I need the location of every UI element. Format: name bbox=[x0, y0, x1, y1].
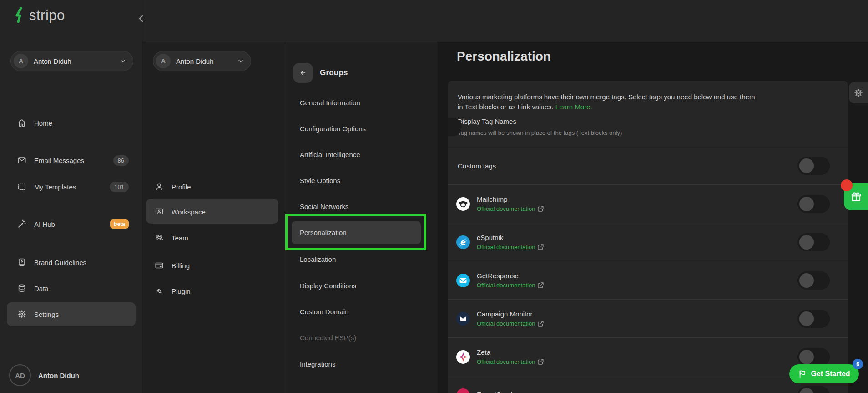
groups-item-label: Connected ESP(s) bbox=[300, 334, 356, 342]
page-title: Personalization bbox=[457, 49, 551, 64]
groups-item-label: Configuration Options bbox=[300, 125, 366, 133]
learn-more-link[interactable]: Learn More. bbox=[555, 103, 592, 111]
user-initials-avatar: AD bbox=[9, 364, 31, 386]
avatar: A bbox=[14, 54, 28, 68]
esp-name: GetResponse bbox=[477, 272, 544, 280]
zeta-toggle[interactable] bbox=[797, 348, 830, 366]
esp-doc-link[interactable]: Official documentation bbox=[477, 244, 544, 250]
groups-item-general-information[interactable]: General Information bbox=[300, 97, 424, 107]
database-icon bbox=[17, 283, 27, 293]
esp-doc-link[interactable]: Official documentation bbox=[477, 205, 544, 212]
chevron-down-icon bbox=[119, 57, 126, 65]
intro-line-2: in Text blocks or as Link values. bbox=[458, 103, 554, 111]
expertsender-toggle[interactable] bbox=[797, 386, 830, 393]
esputnik-toggle[interactable] bbox=[797, 233, 830, 251]
groups-item-label: Personalization bbox=[300, 229, 347, 236]
settings-item-profile[interactable]: Profile bbox=[154, 181, 273, 192]
brand-book-icon bbox=[17, 257, 27, 267]
custom-tags-toggle[interactable] bbox=[797, 157, 830, 175]
sidebar-user-footer[interactable]: AD Anton Diduh bbox=[9, 364, 79, 386]
sidebar-item-email-messages[interactable]: Email Messages 86 bbox=[17, 155, 129, 166]
groups-item-label: Artificial Intelligence bbox=[300, 151, 360, 158]
esp-doc-link[interactable]: Official documentation bbox=[477, 358, 544, 365]
groups-title: Groups bbox=[320, 63, 348, 83]
home-icon bbox=[17, 118, 27, 128]
settings-item-plugin[interactable]: Plugin bbox=[154, 286, 273, 296]
external-link-icon bbox=[538, 359, 544, 365]
esp-name: Campaign Monitor bbox=[477, 310, 544, 318]
esp-row-mailchimp: Mailchimp Official documentation bbox=[448, 184, 848, 223]
zeta-logo bbox=[456, 350, 470, 364]
chevron-down-icon bbox=[237, 57, 244, 65]
sidebar-item-settings[interactable]: Settings bbox=[17, 309, 129, 320]
groups-item-label: General Information bbox=[300, 99, 360, 107]
sidebar-item-brand-guidelines[interactable]: Brand Guidelines bbox=[17, 257, 129, 268]
sidebar-item-data[interactable]: Data bbox=[17, 283, 129, 294]
sidebar-item-label: Settings bbox=[34, 311, 59, 318]
sidebar-item-ai-hub[interactable]: AI Hub beta bbox=[17, 219, 129, 230]
esp-row-expertsender: ExpertSender bbox=[448, 376, 848, 393]
sidebar-item-label: Data bbox=[34, 285, 49, 292]
settings-item-label: Workspace bbox=[172, 208, 206, 216]
campaign-monitor-toggle[interactable] bbox=[797, 310, 830, 328]
settings-item-label: Team bbox=[172, 234, 188, 242]
groups-item-style-options[interactable]: Style Options bbox=[300, 175, 424, 185]
get-started-button[interactable]: Get Started bbox=[789, 364, 859, 383]
mailchimp-toggle[interactable] bbox=[797, 195, 830, 213]
settings-item-team[interactable]: Team bbox=[154, 232, 273, 243]
workspace-icon bbox=[154, 207, 164, 217]
top-bar bbox=[142, 0, 868, 42]
groups-item-configuration-options[interactable]: Configuration Options bbox=[300, 123, 424, 133]
sidebar-item-label: AI Hub bbox=[34, 220, 55, 228]
groups-item-label: Display Conditions bbox=[300, 282, 356, 290]
sidebar-account-dropdown[interactable]: A Anton Diduh bbox=[10, 51, 133, 71]
esp-doc-link[interactable]: Official documentation bbox=[477, 320, 544, 327]
sidebar-item-label: My Templates bbox=[34, 183, 76, 191]
gear-icon bbox=[17, 309, 27, 319]
toggle-knob bbox=[799, 388, 814, 393]
esp-row-getresponse: GetResponse Official documentation bbox=[448, 261, 848, 299]
credit-card-icon bbox=[154, 260, 164, 271]
toggle-knob bbox=[799, 197, 814, 211]
esputnik-logo: e bbox=[456, 235, 470, 249]
groups-panel: Groups General Information Configuration… bbox=[285, 42, 438, 393]
intro-text: Various marketing platforms have their o… bbox=[458, 92, 841, 112]
groups-back-button[interactable] bbox=[293, 63, 313, 83]
settings-item-label: Plugin bbox=[172, 287, 191, 295]
team-icon bbox=[154, 233, 164, 243]
settings-side-tab[interactable] bbox=[849, 82, 868, 103]
custom-tags-row: Custom tags bbox=[448, 147, 848, 184]
groups-item-personalization[interactable]: Personalization bbox=[300, 227, 424, 237]
user-name: Anton Diduh bbox=[38, 372, 79, 379]
groups-item-localization[interactable]: Localization bbox=[300, 254, 424, 264]
settings-item-workspace[interactable]: Workspace bbox=[154, 206, 273, 217]
sidebar-item-label: Brand Guidelines bbox=[34, 259, 86, 266]
expertsender-logo bbox=[456, 388, 470, 393]
groups-item-social-networks[interactable]: Social Networks bbox=[300, 201, 424, 211]
groups-item-label: Style Options bbox=[300, 177, 340, 184]
stripo-logo[interactable]: stripo bbox=[14, 7, 65, 24]
getresponse-toggle[interactable] bbox=[797, 271, 830, 290]
settings-account-dropdown[interactable]: A Anton Diduh bbox=[153, 51, 251, 71]
groups-item-custom-domain[interactable]: Custom Domain bbox=[300, 306, 424, 316]
stripo-logo-text: stripo bbox=[29, 7, 65, 24]
my-templates-count-badge: 101 bbox=[110, 182, 129, 192]
settings-item-billing[interactable]: Billing bbox=[154, 260, 273, 271]
external-link-icon bbox=[538, 244, 544, 250]
esp-doc-link[interactable]: Official documentation bbox=[477, 282, 544, 289]
campaign-monitor-logo bbox=[456, 312, 470, 326]
stripo-bolt-icon bbox=[14, 7, 25, 24]
groups-item-artificial-intelligence[interactable]: Artificial Intelligence bbox=[300, 149, 424, 159]
svg-text:e: e bbox=[460, 238, 466, 247]
flag-icon bbox=[798, 369, 807, 378]
groups-item-label: Social Networks bbox=[300, 203, 349, 210]
groups-item-integrations[interactable]: Integrations bbox=[300, 359, 424, 369]
avatar: A bbox=[156, 54, 171, 68]
person-icon bbox=[154, 182, 164, 192]
groups-item-display-conditions[interactable]: Display Conditions bbox=[300, 281, 424, 291]
account-name: Anton Diduh bbox=[34, 57, 71, 65]
sidebar-item-home[interactable]: Home bbox=[17, 117, 129, 128]
sidebar-item-my-templates[interactable]: My Templates 101 bbox=[17, 181, 129, 192]
sidebar-collapse-button[interactable] bbox=[138, 15, 144, 23]
esp-list: Mailchimp Official documentation bbox=[448, 184, 848, 393]
